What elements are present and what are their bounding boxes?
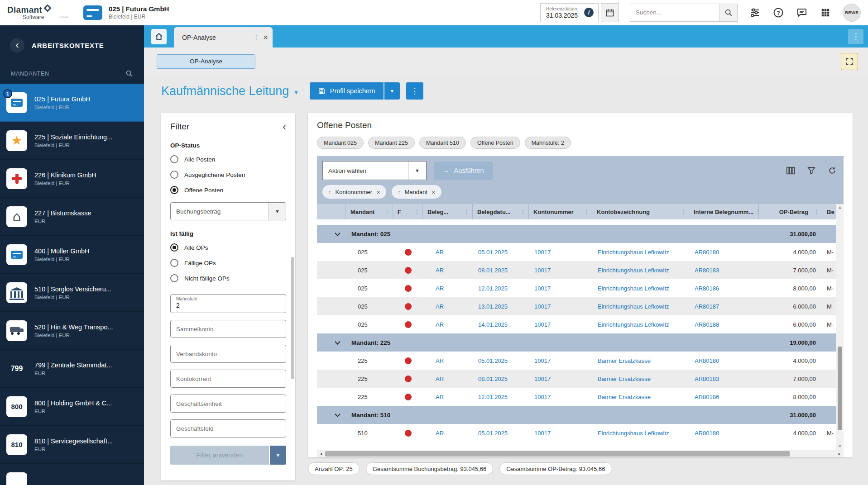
chat-button[interactable] (796, 6, 808, 19)
column-menu-icon[interactable]: ⋮ (462, 209, 470, 215)
cell-belegnummer-link[interactable]: AR80180 (689, 430, 759, 437)
sidebar-mandant-item[interactable]: 800 800 | Holding GmbH & C... EUR (0, 388, 144, 426)
op-status-radio-option[interactable]: Alle Posten (170, 152, 286, 167)
group-by-chip[interactable]: ↑ Mandant × (392, 185, 441, 199)
cell-belegdatum-link[interactable]: 13.01.2025 (473, 303, 529, 310)
mandanten-search-icon[interactable] (125, 70, 133, 77)
ist-faellig-radio-option[interactable]: Alle OPs (170, 240, 286, 255)
column-header[interactable]: Beleg... ⋮ (423, 204, 473, 219)
buchungsbetrag-select[interactable]: Buchungsbetrag ▼ (170, 202, 286, 220)
scroll-up-icon[interactable]: ▲ (836, 205, 844, 209)
filter-text-input[interactable] (170, 345, 286, 363)
cell-belegart-link[interactable]: AR (423, 394, 473, 400)
sidebar-mandant-item[interactable]: 400 | Müller GmbH Bielefeld | EUR (0, 236, 144, 274)
profile-save-button[interactable]: Profil speichern (310, 82, 384, 100)
cell-belegnummer-link[interactable]: AR80180 (689, 249, 759, 256)
radio-icon[interactable] (170, 243, 178, 252)
group-row[interactable]: Mandant: 225 19.000,00 (317, 333, 836, 352)
fullscreen-button[interactable] (841, 53, 858, 70)
calendar-button[interactable] (601, 3, 619, 22)
cell-belegdatum-link[interactable]: 05.01.2025 (473, 249, 529, 256)
cell-kontobezeichnung-link[interactable]: Einrichtungshaus Lefkowitz (592, 285, 689, 292)
sidebar-mandant-item[interactable] (0, 464, 144, 485)
cell-belegdatum-link[interactable]: 12.01.2025 (473, 285, 529, 292)
collapse-panel-icon[interactable]: ‹ (283, 121, 286, 132)
cell-belegnummer-link[interactable]: AR80186 (689, 285, 759, 292)
execute-button[interactable]: → Ausführen (434, 162, 493, 180)
cell-kontonummer-link[interactable]: 10017 (529, 267, 592, 274)
remove-group-icon[interactable]: × (376, 188, 380, 196)
cell-kontonummer-link[interactable]: 10017 (529, 303, 592, 310)
cell-kontobezeichnung-link[interactable]: Barmer Ersatzkasse (592, 376, 689, 382)
profile-menu-button[interactable]: ⋮ (406, 82, 423, 100)
table-row[interactable]: 025 AR 13.01.2025 10017 Einrichtungshaus… (317, 297, 836, 315)
cell-belegnummer-link[interactable]: AR80183 (689, 267, 759, 274)
search-input[interactable] (630, 4, 719, 21)
ist-faellig-radio-option[interactable]: Fällige OPs (170, 255, 286, 271)
column-header[interactable]: F ⋮ (393, 204, 423, 219)
profile-dropdown[interactable]: Kaufmännische Leitung ▾ (161, 84, 298, 98)
scroll-right-icon[interactable]: ► (835, 452, 844, 456)
active-client[interactable]: 025 | Futura GmbH Bielefeld | EUR (83, 5, 169, 20)
filter-chip[interactable]: Offene Posten (470, 137, 520, 149)
group-row[interactable]: Mandant: 510 31.000,00 (317, 406, 836, 424)
cell-belegart-link[interactable]: AR (423, 357, 473, 364)
ist-faellig-radio-option[interactable]: Nicht fällige OPs (170, 271, 286, 286)
radio-icon[interactable] (170, 274, 178, 282)
group-row[interactable]: Mandant: 025 31.000,00 (317, 225, 836, 243)
sidebar-mandant-item[interactable]: 227 | Bistumskasse EUR (0, 198, 144, 236)
search-button[interactable] (719, 4, 737, 21)
sidebar-mandant-item[interactable]: 810 810 | Servicegesellschaft... EUR (0, 426, 144, 464)
table-row[interactable]: 025 AR 12.01.2025 10017 Einrichtungshaus… (317, 279, 836, 297)
user-avatar[interactable]: REWE (843, 4, 861, 22)
column-header[interactable]: Mandant ⋮ (346, 204, 393, 219)
scroll-left-icon[interactable]: ◄ (317, 452, 325, 456)
chevron-down-icon[interactable]: ▼ (408, 162, 426, 180)
cell-kontobezeichnung-link[interactable]: Einrichtungshaus Lefkowitz (592, 303, 689, 310)
tabbar-menu-button[interactable]: ⋮ (848, 29, 863, 44)
filter-panel-scrollbar[interactable] (291, 257, 294, 379)
table-row[interactable]: 225 AR 05.01.2025 10017 Barmer Ersatzkas… (317, 352, 836, 370)
radio-icon[interactable] (170, 186, 178, 194)
action-select[interactable]: Aktion wählen ▼ (322, 161, 427, 180)
cell-kontonummer-link[interactable]: 10017 (529, 357, 592, 364)
cell-belegart-link[interactable]: AR (423, 321, 473, 328)
radio-icon[interactable] (170, 155, 178, 163)
sidebar-mandant-item[interactable]: 225 | Soziale Einrichtung... Bielefeld |… (0, 122, 144, 160)
filter-chip[interactable]: Mandant 510 (419, 137, 466, 149)
info-icon[interactable]: i (584, 8, 594, 17)
table-row[interactable]: 025 AR 14.01.2025 10017 Einrichtungshaus… (317, 315, 836, 333)
cell-kontonummer-link[interactable]: 10017 (529, 394, 592, 400)
column-menu-icon[interactable]: ⋮ (812, 209, 819, 215)
cell-belegart-link[interactable]: AR (423, 430, 473, 437)
collapse-chevron-icon[interactable] (335, 230, 340, 236)
column-header[interactable]: Kontonummer ⋮ (529, 204, 592, 219)
cell-belegart-link[interactable]: AR (423, 303, 473, 310)
column-header[interactable]: Kontobezeichnung ⋮ (592, 204, 689, 219)
cell-belegnummer-link[interactable]: AR80186 (689, 394, 759, 400)
cell-kontonummer-link[interactable]: 10017 (529, 249, 592, 256)
column-menu-icon[interactable]: ⋮ (679, 209, 686, 215)
sidebar-mandant-item[interactable]: 1 025 | Futura GmbH Bielefeld | EUR (0, 84, 144, 122)
sidebar-mandant-item[interactable]: 799 799 | Zentrale Stammdat... EUR (0, 350, 144, 388)
column-header[interactable]: Be ⋮ (822, 204, 836, 219)
table-row[interactable]: 510 AR 05.01.2025 10017 Einrichtungshaus… (317, 424, 836, 442)
filter-text-input[interactable] (170, 370, 286, 388)
cell-kontobezeichnung-link[interactable]: Einrichtungshaus Lefkowitz (592, 267, 689, 274)
cell-kontonummer-link[interactable]: 10017 (529, 285, 592, 292)
cell-belegnummer-link[interactable]: AR80188 (689, 321, 759, 328)
radio-icon[interactable] (170, 171, 178, 179)
filter-chip[interactable]: Mandant 025 (317, 137, 364, 149)
filter-chip[interactable]: Mahnstufe: 2 (525, 137, 571, 149)
cell-belegart-link[interactable]: AR (423, 376, 473, 382)
filter-apply-dropdown-button[interactable]: ▼ (270, 446, 286, 465)
collapse-chevron-icon[interactable] (335, 339, 340, 345)
cell-kontonummer-link[interactable]: 10017 (529, 430, 592, 437)
filter-button[interactable] (806, 165, 817, 176)
sidebar-mandant-item[interactable]: 226 | Klinikum GmbH Bielefeld | EUR (0, 160, 144, 198)
cell-belegnummer-link[interactable]: AR80183 (689, 376, 759, 382)
tab-menu-icon[interactable]: ⋮ (253, 34, 259, 41)
sidebar-mandant-item[interactable]: 510 | Sorglos Versicheru... Bielefeld | … (0, 274, 144, 312)
cell-belegnummer-link[interactable]: AR80187 (689, 303, 759, 310)
column-header[interactable]: Belegdatu... ⋮ (473, 204, 529, 219)
